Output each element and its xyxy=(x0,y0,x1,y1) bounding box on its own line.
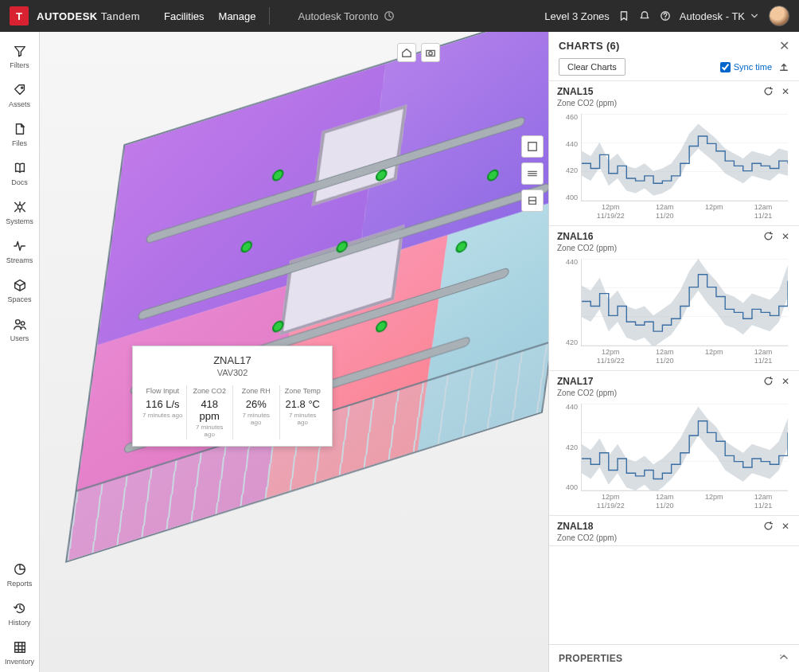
view-tools xyxy=(397,43,440,62)
close-chart-icon[interactable]: ✕ xyxy=(780,231,791,242)
viewport-3d[interactable]: ZNAL17 VAV302 Flow Input 116 L/s 7 minut… xyxy=(40,32,548,672)
sidebar-label: Filters xyxy=(10,61,29,69)
chart-title: ZNAL18 xyxy=(557,521,593,532)
svg-rect-10 xyxy=(528,143,537,151)
chart-subtitle: Zone CO2 (ppm) xyxy=(557,99,791,107)
sidebar-item-users[interactable]: Users xyxy=(0,310,39,349)
status-link[interactable]: Level 3 Zones xyxy=(544,10,610,22)
divider xyxy=(269,7,270,25)
close-chart-icon[interactable]: ✕ xyxy=(780,521,791,532)
metric-label: Flow Input xyxy=(142,387,183,395)
file-icon xyxy=(12,121,28,137)
close-icon[interactable]: ✕ xyxy=(779,38,789,53)
svg-point-2 xyxy=(21,87,22,88)
refresh-icon[interactable] xyxy=(762,86,774,97)
sidebar-item-files[interactable]: Files xyxy=(0,115,39,154)
building-model xyxy=(41,48,548,640)
camera-button[interactable] xyxy=(421,43,440,62)
brand-logo: T xyxy=(10,6,29,25)
sidebar-item-systems[interactable]: Systems xyxy=(0,193,39,232)
refresh-icon[interactable] xyxy=(762,521,774,532)
avatar[interactable] xyxy=(769,6,789,26)
close-chart-icon[interactable]: ✕ xyxy=(780,376,791,387)
cube-icon xyxy=(12,277,28,293)
sidebar-label: Inventory xyxy=(5,658,34,666)
metric-time: 7 minutes ago xyxy=(283,412,323,426)
properties-header[interactable]: PROPERTIES xyxy=(549,644,799,672)
charts-scroll[interactable]: ZNAL15✕Zone CO2 (ppm)46044042040012pm11/… xyxy=(549,81,799,644)
topbar: T AUTODESK Tandem Facilities Manage Auto… xyxy=(0,0,799,32)
refresh-icon[interactable] xyxy=(762,231,774,242)
right-view-tools xyxy=(521,135,544,212)
refresh-icon[interactable] xyxy=(762,376,774,387)
svg-point-9 xyxy=(429,52,432,55)
nav-facilities[interactable]: Facilities xyxy=(164,10,205,22)
sidebar-item-filters[interactable]: Filters xyxy=(0,37,39,76)
chevron-down-icon xyxy=(748,10,761,22)
sidebar-item-streams[interactable]: Streams xyxy=(0,232,39,271)
metric-label: Zone Temp xyxy=(283,387,323,395)
sidebar-item-spaces[interactable]: Spaces xyxy=(0,271,39,310)
chart-area[interactable]: 44042040012pm11/19/2212am11/2012pm12am11… xyxy=(557,400,791,512)
sync-time-input[interactable] xyxy=(720,62,731,72)
chart-area[interactable]: 44042012pm11/19/2212am11/2012pm12am11/21 xyxy=(557,256,791,367)
floor-plate xyxy=(65,32,548,563)
help-icon[interactable] xyxy=(659,10,672,22)
network-icon xyxy=(12,199,28,215)
svg-point-4 xyxy=(15,320,19,324)
sidebar-label: Systems xyxy=(6,217,33,225)
fit-view-button[interactable] xyxy=(521,135,544,158)
brand-sub: Tandem xyxy=(101,10,140,22)
chart-block: ZNAL15✕Zone CO2 (ppm)46044042040012pm11/… xyxy=(549,81,799,226)
chart-subtitle: Zone CO2 (ppm) xyxy=(557,389,791,397)
history-icon xyxy=(12,600,28,616)
chart-area[interactable]: 46044042040012pm11/19/2212am11/2012pm12a… xyxy=(557,111,791,222)
bookmark-icon[interactable] xyxy=(618,10,630,22)
sync-time-checkbox[interactable]: Sync time xyxy=(720,62,772,72)
chart-subtitle: Zone CO2 (ppm) xyxy=(557,533,791,542)
activity-icon xyxy=(12,238,28,254)
sidebar-item-docs[interactable]: Docs xyxy=(0,154,39,193)
nav-manage[interactable]: Manage xyxy=(219,10,256,22)
sidebar-item-reports[interactable]: Reports xyxy=(0,555,39,594)
metric-label: Zone CO2 xyxy=(190,387,230,395)
clear-charts-button[interactable]: Clear Charts xyxy=(559,58,626,76)
chart-title: ZNAL15 xyxy=(557,86,593,97)
user-menu[interactable]: Autodesk - TK xyxy=(680,10,761,22)
plot-area xyxy=(581,114,788,201)
metric-time: 7 minutes ago xyxy=(236,412,276,426)
bell-icon[interactable] xyxy=(638,10,651,22)
sidebar-item-assets[interactable]: Assets xyxy=(0,76,39,115)
export-icon[interactable] xyxy=(778,61,789,72)
metric-value: 116 L/s xyxy=(142,398,183,410)
x-axis: 12pm11/19/2212am11/2012pm12am11/21 xyxy=(581,348,788,367)
svg-point-5 xyxy=(21,322,25,326)
sidebar-label: Reports xyxy=(7,580,33,588)
book-icon xyxy=(12,160,28,176)
clock-icon xyxy=(383,10,396,22)
home-view-button[interactable] xyxy=(397,43,416,62)
sidebar-label: History xyxy=(8,619,30,627)
brand-text: AUTODESK xyxy=(37,10,98,22)
sidebar-item-inventory[interactable]: Inventory xyxy=(0,633,39,672)
close-chart-icon[interactable]: ✕ xyxy=(780,86,791,97)
section-button[interactable] xyxy=(521,189,544,212)
sidebar-label: Assets xyxy=(9,100,30,108)
chart-title: ZNAL16 xyxy=(557,231,593,242)
y-axis: 440420400 xyxy=(557,404,581,491)
left-sidebar: Filters Assets Files Docs Systems Stream… xyxy=(0,32,40,672)
tag-icon xyxy=(12,82,28,98)
facility-name[interactable]: Autodesk Toronto xyxy=(298,10,396,22)
svg-point-3 xyxy=(18,205,21,209)
chart-block: ZNAL17✕Zone CO2 (ppm)44042040012pm11/19/… xyxy=(549,371,799,516)
sidebar-label: Docs xyxy=(11,178,28,186)
plot-area xyxy=(581,404,788,491)
sidebar-item-history[interactable]: History xyxy=(0,594,39,633)
sidebar-label: Files xyxy=(12,139,27,147)
levels-button[interactable] xyxy=(521,162,544,185)
properties-title: PROPERTIES xyxy=(559,653,622,664)
collapse-icon[interactable] xyxy=(778,651,789,666)
plot-area xyxy=(581,259,788,346)
x-axis: 12pm11/19/2212am11/2012pm12am11/21 xyxy=(581,203,788,222)
charts-panel: CHARTS (6) ✕ Clear Charts Sync time ZNAL… xyxy=(548,32,799,672)
